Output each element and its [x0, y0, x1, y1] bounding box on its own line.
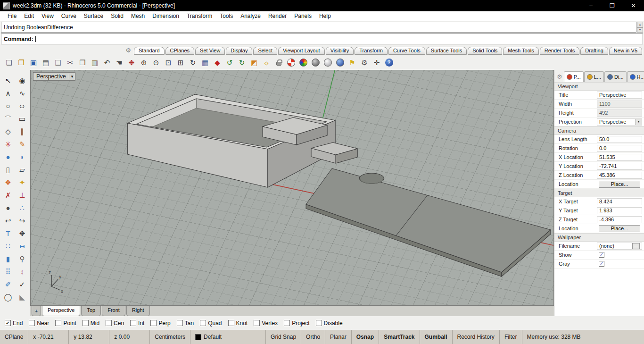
- x-location-field[interactable]: 51.535: [597, 154, 642, 161]
- viewport-title-field[interactable]: Perspective: [597, 92, 642, 99]
- cylinder-tool-icon[interactable]: ▯: [2, 164, 14, 176]
- y-target-field[interactable]: 1.933: [597, 207, 642, 214]
- select-arrow-icon[interactable]: ↖: [2, 75, 14, 86]
- units-pane[interactable]: Centimeters: [150, 330, 190, 344]
- zoom-in-icon[interactable]: ⊕: [138, 56, 150, 68]
- sphere-tool-icon[interactable]: ●: [2, 202, 14, 214]
- paste-icon[interactable]: ▥: [89, 56, 101, 68]
- lens-length-field[interactable]: 50.0: [597, 136, 642, 143]
- analyze-tool-icon[interactable]: ◯: [2, 291, 14, 303]
- toolbar-tab[interactable]: Select: [253, 47, 277, 55]
- help-icon[interactable]: [383, 56, 395, 68]
- curve-boolean-icon[interactable]: ↩: [2, 215, 14, 227]
- scroll-down-button[interactable]: ▼: [637, 27, 643, 33]
- properties-tab[interactable]: P...: [564, 71, 584, 82]
- status-toggle[interactable]: Grid Snap: [266, 330, 301, 344]
- curve-tool-icon[interactable]: ∿: [16, 87, 28, 99]
- view-redo-icon[interactable]: ↻: [236, 56, 248, 68]
- viewport-canvas[interactable]: Perspective ▾: [30, 70, 554, 306]
- named-view-car-icon[interactable]: ◆: [211, 56, 223, 68]
- toolbar-tab[interactable]: Display: [226, 47, 252, 55]
- x-target-field[interactable]: 8.424: [597, 198, 642, 205]
- osnap-toggle[interactable]: Quad: [200, 320, 222, 327]
- menu-item[interactable]: Mesh: [127, 13, 149, 19]
- gray-checkbox[interactable]: [599, 261, 604, 267]
- zoom-window-icon[interactable]: ⊡: [162, 56, 174, 68]
- viewport-tab[interactable]: Perspective: [42, 306, 80, 316]
- toolbar-tab[interactable]: Drafting: [580, 47, 608, 55]
- points-on-icon[interactable]: ∴: [16, 202, 28, 214]
- viewport-title-menu[interactable]: Perspective ▾: [33, 72, 75, 81]
- viewport-tab[interactable]: Front: [102, 306, 125, 316]
- origin-icon[interactable]: ✛: [371, 56, 383, 68]
- export-icon[interactable]: ❑: [52, 56, 64, 68]
- z-location-field[interactable]: 45.386: [597, 172, 642, 179]
- gear-icon[interactable]: ⚙: [556, 73, 563, 80]
- pipe-tool-icon[interactable]: ▮: [2, 253, 14, 265]
- layer-manager-icon[interactable]: ▦: [199, 56, 211, 68]
- gear-icon[interactable]: ⚙: [125, 47, 133, 54]
- status-toggle[interactable]: Osnap: [352, 330, 379, 344]
- menu-item[interactable]: Dimension: [149, 13, 183, 19]
- trim-tool-icon[interactable]: ✗: [2, 189, 14, 201]
- zoom-dynamic-icon[interactable]: ⊙: [150, 56, 162, 68]
- display-tab[interactable]: Di...: [604, 71, 627, 82]
- browse-button[interactable]: ...: [632, 243, 640, 249]
- circle-tool-icon[interactable]: ○: [2, 100, 14, 112]
- menu-item[interactable]: Solid: [107, 13, 127, 19]
- osnap-toggle[interactable]: Tan: [177, 320, 194, 327]
- menu-item[interactable]: Surface: [80, 13, 107, 19]
- ghosted-view-icon[interactable]: [322, 56, 334, 68]
- toolbar-tab[interactable]: New in V5: [609, 47, 642, 55]
- boolean-tool-icon[interactable]: ❖: [2, 176, 14, 188]
- toolbar-tab[interactable]: Transform: [355, 47, 388, 55]
- toolbar-tab[interactable]: Render Tools: [540, 47, 580, 55]
- cut-icon[interactable]: ✂: [64, 56, 76, 68]
- target-place-button[interactable]: Place...: [599, 225, 640, 232]
- flag-icon[interactable]: ⚑: [346, 56, 358, 68]
- viewport-tab[interactable]: Top: [81, 306, 101, 316]
- close-button[interactable]: ✕: [623, 0, 644, 11]
- chevron-down-icon[interactable]: ▾: [635, 119, 642, 125]
- layer-pane[interactable]: Default: [190, 330, 266, 344]
- scale-tool-icon[interactable]: ↕: [16, 266, 28, 277]
- arc-tool-icon[interactable]: ⌒: [2, 113, 14, 125]
- help-tab[interactable]: H...: [627, 71, 644, 82]
- rotate-view-icon[interactable]: ↻: [187, 56, 199, 68]
- menu-item[interactable]: Analyze: [237, 13, 264, 19]
- osnap-toggle[interactable]: Near: [29, 320, 49, 327]
- pan-hand-icon[interactable]: ☚: [113, 56, 125, 68]
- surface-tool-icon[interactable]: ●: [2, 151, 14, 163]
- extrude-tool-icon[interactable]: ◗: [16, 151, 28, 163]
- point-grid-icon[interactable]: ⠿: [2, 266, 14, 277]
- connect-curves-icon[interactable]: ↪: [16, 215, 28, 227]
- status-toggle[interactable]: Filter: [500, 330, 522, 344]
- menu-item[interactable]: Transform: [183, 13, 216, 19]
- status-toggle[interactable]: Gumball: [420, 330, 453, 344]
- toolbar-tab[interactable]: Visibility: [326, 47, 354, 55]
- point-tool-icon[interactable]: ◉: [16, 75, 28, 86]
- status-toggle[interactable]: Ortho: [301, 330, 325, 344]
- projection-dropdown[interactable]: Perspective ▾: [597, 118, 642, 126]
- osnap-toggle[interactable]: Point: [55, 320, 76, 327]
- viewport-tab[interactable]: Right: [126, 306, 150, 316]
- osnap-toggle[interactable]: Perp: [150, 320, 170, 327]
- lamp-tool-icon[interactable]: ⚲: [16, 253, 28, 265]
- show-checkbox[interactable]: [599, 252, 604, 258]
- polar-array-icon[interactable]: ∺: [16, 240, 28, 252]
- y-coordinate[interactable]: y 13.82: [69, 330, 109, 344]
- copy-icon[interactable]: ❒: [76, 56, 89, 68]
- toolbar-tab[interactable]: Standard: [134, 47, 165, 55]
- x-coordinate[interactable]: x -70.21: [28, 330, 69, 344]
- osnap-toggle[interactable]: End: [5, 320, 23, 327]
- toolbar-tab[interactable]: Surface Tools: [426, 47, 467, 55]
- menu-item[interactable]: Curve: [58, 13, 80, 19]
- z-coordinate[interactable]: z 0.00: [109, 330, 150, 344]
- osnap-toggle[interactable]: Cen: [106, 320, 124, 327]
- cplane-pane[interactable]: CPlane: [0, 330, 28, 344]
- print-icon[interactable]: ▤: [40, 56, 52, 68]
- lock-icon[interactable]: [272, 56, 285, 68]
- osnap-toggle[interactable]: Knot: [228, 320, 248, 327]
- toolbar-tab[interactable]: CPlanes: [165, 47, 195, 55]
- scroll-up-button[interactable]: ▲: [637, 22, 643, 27]
